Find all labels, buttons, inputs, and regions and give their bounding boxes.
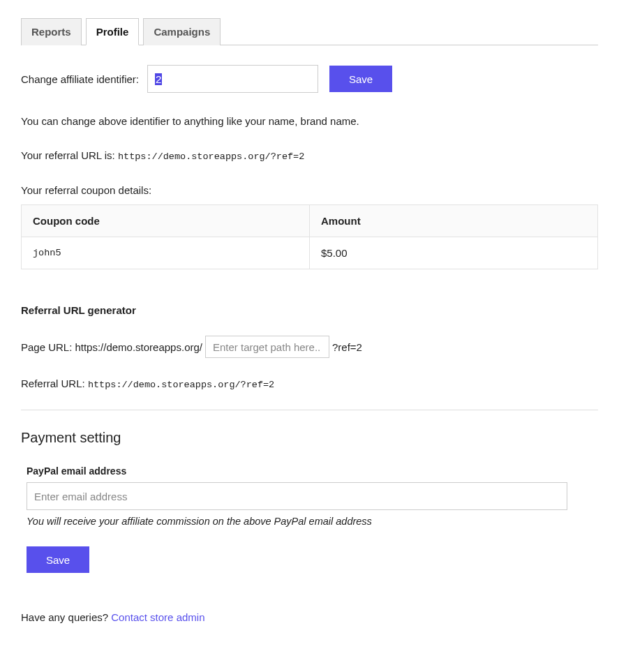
table-row: john5 $5.00: [22, 237, 598, 269]
referral-url-line: Your referral URL is: https://demo.store…: [21, 149, 598, 162]
identifier-label: Change affiliate identifier:: [21, 73, 139, 85]
table-header-row: Coupon code Amount: [22, 205, 598, 237]
col-coupon-code: Coupon code: [22, 205, 310, 237]
generator-page-row: Page URL: https://demo.storeapps.org/ ?r…: [21, 336, 598, 358]
tab-profile[interactable]: Profile: [86, 18, 140, 45]
save-identifier-button[interactable]: Save: [329, 66, 392, 92]
identifier-row: Change affiliate identifier: 2 Save: [21, 65, 598, 93]
target-path-input[interactable]: [205, 336, 329, 358]
page-url-suffix: ?ref=2: [332, 341, 362, 353]
tab-bar: Reports Profile Campaigns: [21, 17, 598, 45]
identifier-help-text: You can change above identifier to anyth…: [21, 115, 598, 127]
referral-url-value: https://demo.storeapps.org/?ref=2: [118, 151, 304, 162]
identifier-input[interactable]: 2: [147, 65, 318, 93]
col-amount: Amount: [310, 205, 598, 237]
paypal-email-input[interactable]: [27, 482, 567, 510]
contact-admin-link[interactable]: Contact store admin: [111, 611, 204, 623]
save-payment-button[interactable]: Save: [27, 546, 89, 573]
paypal-label: PayPal email address: [27, 465, 598, 477]
generator-result-line: Referral URL: https://demo.storeapps.org…: [21, 378, 598, 390]
generator-result-url: https://demo.storeapps.org/?ref=2: [88, 380, 274, 390]
generator-heading: Referral URL generator: [21, 304, 598, 316]
page-url-base: https://demo.storeapps.org/: [75, 341, 202, 353]
divider: [21, 410, 598, 410]
coupon-code-value: john5: [22, 237, 310, 269]
page-url-label: Page URL:: [21, 341, 72, 353]
coupon-amount-value: $5.00: [310, 237, 598, 269]
paypal-field-group: PayPal email address You will receive yo…: [27, 465, 598, 573]
queries-line: Have any queries? Contact store admin: [21, 611, 598, 623]
payment-heading: Payment setting: [21, 430, 598, 446]
referral-url-label: Your referral URL is:: [21, 149, 115, 161]
coupon-table: Coupon code Amount john5 $5.00: [21, 204, 598, 269]
coupon-heading: Your referral coupon details:: [21, 184, 598, 196]
generator-result-label: Referral URL:: [21, 378, 85, 389]
paypal-hint: You will receive your affiliate commissi…: [27, 516, 598, 527]
tab-campaigns[interactable]: Campaigns: [143, 18, 221, 45]
identifier-value: 2: [155, 73, 162, 85]
tab-reports[interactable]: Reports: [21, 18, 82, 45]
queries-text: Have any queries?: [21, 611, 108, 623]
